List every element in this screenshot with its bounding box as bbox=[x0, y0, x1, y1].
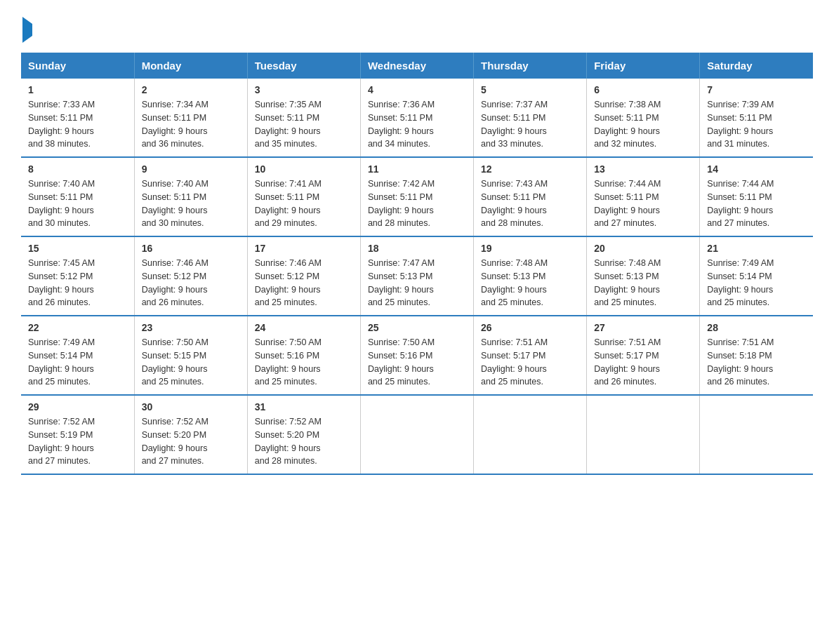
calendar-cell: 27 Sunrise: 7:51 AMSunset: 5:17 PMDaylig… bbox=[587, 316, 700, 395]
logo bbox=[21, 17, 32, 39]
day-number: 10 bbox=[255, 163, 353, 175]
day-number: 15 bbox=[28, 243, 127, 254]
day-info: Sunrise: 7:44 AMSunset: 5:11 PMDaylight:… bbox=[594, 179, 661, 228]
day-info: Sunrise: 7:50 AMSunset: 5:16 PMDaylight:… bbox=[368, 337, 435, 387]
calendar-cell: 7 Sunrise: 7:39 AMSunset: 5:11 PMDayligh… bbox=[700, 79, 813, 157]
day-number: 23 bbox=[142, 322, 240, 333]
day-number: 19 bbox=[481, 243, 579, 254]
weekday-header-monday: Monday bbox=[134, 53, 247, 79]
calendar-table: SundayMondayTuesdayWednesdayThursdayFrid… bbox=[21, 53, 813, 475]
day-info: Sunrise: 7:40 AMSunset: 5:11 PMDaylight:… bbox=[28, 179, 95, 228]
day-number: 6 bbox=[594, 84, 692, 95]
day-number: 22 bbox=[28, 322, 127, 333]
day-number: 3 bbox=[255, 84, 353, 95]
page-header bbox=[21, 17, 813, 39]
calendar-cell: 23 Sunrise: 7:50 AMSunset: 5:15 PMDaylig… bbox=[134, 316, 247, 395]
day-number: 2 bbox=[142, 84, 240, 95]
day-info: Sunrise: 7:51 AMSunset: 5:18 PMDaylight:… bbox=[707, 337, 774, 387]
calendar-cell: 19 Sunrise: 7:48 AMSunset: 5:13 PMDaylig… bbox=[474, 236, 587, 316]
day-info: Sunrise: 7:48 AMSunset: 5:13 PMDaylight:… bbox=[594, 258, 661, 307]
calendar-cell bbox=[700, 395, 813, 474]
calendar-cell: 5 Sunrise: 7:37 AMSunset: 5:11 PMDayligh… bbox=[474, 79, 587, 157]
day-info: Sunrise: 7:49 AMSunset: 5:14 PMDaylight:… bbox=[707, 258, 774, 307]
day-info: Sunrise: 7:40 AMSunset: 5:11 PMDaylight:… bbox=[142, 179, 208, 228]
day-number: 30 bbox=[142, 401, 240, 412]
day-number: 5 bbox=[481, 84, 579, 95]
day-number: 4 bbox=[368, 84, 466, 95]
day-number: 1 bbox=[28, 84, 127, 95]
day-info: Sunrise: 7:46 AMSunset: 5:12 PMDaylight:… bbox=[142, 258, 208, 307]
calendar-cell: 29 Sunrise: 7:52 AMSunset: 5:19 PMDaylig… bbox=[21, 395, 134, 474]
day-info: Sunrise: 7:52 AMSunset: 5:20 PMDaylight:… bbox=[255, 417, 322, 466]
weekday-header-saturday: Saturday bbox=[700, 53, 813, 79]
calendar-cell: 9 Sunrise: 7:40 AMSunset: 5:11 PMDayligh… bbox=[134, 157, 247, 236]
day-info: Sunrise: 7:52 AMSunset: 5:20 PMDaylight:… bbox=[142, 417, 208, 466]
calendar-cell: 21 Sunrise: 7:49 AMSunset: 5:14 PMDaylig… bbox=[700, 236, 813, 316]
calendar-cell: 20 Sunrise: 7:48 AMSunset: 5:13 PMDaylig… bbox=[587, 236, 700, 316]
calendar-cell: 1 Sunrise: 7:33 AMSunset: 5:11 PMDayligh… bbox=[21, 79, 134, 157]
day-info: Sunrise: 7:42 AMSunset: 5:11 PMDaylight:… bbox=[368, 179, 435, 228]
day-number: 26 bbox=[481, 322, 579, 333]
calendar-cell: 2 Sunrise: 7:34 AMSunset: 5:11 PMDayligh… bbox=[134, 79, 247, 157]
calendar-cell bbox=[360, 395, 473, 474]
day-info: Sunrise: 7:52 AMSunset: 5:19 PMDaylight:… bbox=[28, 417, 95, 466]
logo-arrow-icon bbox=[22, 17, 32, 43]
calendar-cell: 6 Sunrise: 7:38 AMSunset: 5:11 PMDayligh… bbox=[587, 79, 700, 157]
day-number: 20 bbox=[594, 243, 692, 254]
calendar-header-row: SundayMondayTuesdayWednesdayThursdayFrid… bbox=[21, 53, 813, 79]
day-number: 24 bbox=[255, 322, 353, 333]
day-number: 11 bbox=[368, 163, 466, 175]
calendar-week-row: 29 Sunrise: 7:52 AMSunset: 5:19 PMDaylig… bbox=[21, 395, 813, 474]
day-info: Sunrise: 7:47 AMSunset: 5:13 PMDaylight:… bbox=[368, 258, 435, 307]
calendar-cell: 8 Sunrise: 7:40 AMSunset: 5:11 PMDayligh… bbox=[21, 157, 134, 236]
day-info: Sunrise: 7:41 AMSunset: 5:11 PMDaylight:… bbox=[255, 179, 322, 228]
calendar-week-row: 8 Sunrise: 7:40 AMSunset: 5:11 PMDayligh… bbox=[21, 157, 813, 236]
calendar-cell: 14 Sunrise: 7:44 AMSunset: 5:11 PMDaylig… bbox=[700, 157, 813, 236]
calendar-cell: 11 Sunrise: 7:42 AMSunset: 5:11 PMDaylig… bbox=[360, 157, 473, 236]
day-info: Sunrise: 7:39 AMSunset: 5:11 PMDaylight:… bbox=[707, 100, 774, 149]
weekday-header-tuesday: Tuesday bbox=[247, 53, 360, 79]
calendar-cell bbox=[587, 395, 700, 474]
day-info: Sunrise: 7:46 AMSunset: 5:12 PMDaylight:… bbox=[255, 258, 322, 307]
day-info: Sunrise: 7:45 AMSunset: 5:12 PMDaylight:… bbox=[28, 258, 95, 307]
day-info: Sunrise: 7:50 AMSunset: 5:16 PMDaylight:… bbox=[255, 337, 322, 387]
day-number: 25 bbox=[368, 322, 466, 333]
calendar-cell: 24 Sunrise: 7:50 AMSunset: 5:16 PMDaylig… bbox=[247, 316, 360, 395]
day-number: 17 bbox=[255, 243, 353, 254]
day-number: 31 bbox=[255, 401, 353, 412]
day-info: Sunrise: 7:50 AMSunset: 5:15 PMDaylight:… bbox=[142, 337, 208, 387]
day-number: 16 bbox=[142, 243, 240, 254]
calendar-cell: 26 Sunrise: 7:51 AMSunset: 5:17 PMDaylig… bbox=[474, 316, 587, 395]
day-info: Sunrise: 7:43 AMSunset: 5:11 PMDaylight:… bbox=[481, 179, 548, 228]
weekday-header-sunday: Sunday bbox=[21, 53, 134, 79]
calendar-week-row: 15 Sunrise: 7:45 AMSunset: 5:12 PMDaylig… bbox=[21, 236, 813, 316]
day-number: 8 bbox=[28, 163, 127, 175]
calendar-week-row: 1 Sunrise: 7:33 AMSunset: 5:11 PMDayligh… bbox=[21, 79, 813, 157]
calendar-week-row: 22 Sunrise: 7:49 AMSunset: 5:14 PMDaylig… bbox=[21, 316, 813, 395]
day-info: Sunrise: 7:51 AMSunset: 5:17 PMDaylight:… bbox=[481, 337, 548, 387]
day-info: Sunrise: 7:51 AMSunset: 5:17 PMDaylight:… bbox=[594, 337, 661, 387]
day-info: Sunrise: 7:48 AMSunset: 5:13 PMDaylight:… bbox=[481, 258, 548, 307]
day-number: 13 bbox=[594, 163, 692, 175]
calendar-cell: 13 Sunrise: 7:44 AMSunset: 5:11 PMDaylig… bbox=[587, 157, 700, 236]
day-number: 14 bbox=[707, 163, 806, 175]
day-info: Sunrise: 7:44 AMSunset: 5:11 PMDaylight:… bbox=[707, 179, 774, 228]
calendar-cell: 10 Sunrise: 7:41 AMSunset: 5:11 PMDaylig… bbox=[247, 157, 360, 236]
calendar-cell: 3 Sunrise: 7:35 AMSunset: 5:11 PMDayligh… bbox=[247, 79, 360, 157]
day-number: 28 bbox=[707, 322, 806, 333]
day-info: Sunrise: 7:34 AMSunset: 5:11 PMDaylight:… bbox=[142, 100, 208, 149]
calendar-cell: 31 Sunrise: 7:52 AMSunset: 5:20 PMDaylig… bbox=[247, 395, 360, 474]
day-info: Sunrise: 7:33 AMSunset: 5:11 PMDaylight:… bbox=[28, 100, 95, 149]
weekday-header-friday: Friday bbox=[587, 53, 700, 79]
calendar-cell: 4 Sunrise: 7:36 AMSunset: 5:11 PMDayligh… bbox=[360, 79, 473, 157]
day-info: Sunrise: 7:36 AMSunset: 5:11 PMDaylight:… bbox=[368, 100, 435, 149]
calendar-cell: 25 Sunrise: 7:50 AMSunset: 5:16 PMDaylig… bbox=[360, 316, 473, 395]
calendar-cell: 18 Sunrise: 7:47 AMSunset: 5:13 PMDaylig… bbox=[360, 236, 473, 316]
weekday-header-thursday: Thursday bbox=[474, 53, 587, 79]
day-number: 12 bbox=[481, 163, 579, 175]
weekday-header-wednesday: Wednesday bbox=[360, 53, 473, 79]
day-info: Sunrise: 7:37 AMSunset: 5:11 PMDaylight:… bbox=[481, 100, 548, 149]
calendar-cell: 15 Sunrise: 7:45 AMSunset: 5:12 PMDaylig… bbox=[21, 236, 134, 316]
calendar-cell: 17 Sunrise: 7:46 AMSunset: 5:12 PMDaylig… bbox=[247, 236, 360, 316]
day-number: 9 bbox=[142, 163, 240, 175]
